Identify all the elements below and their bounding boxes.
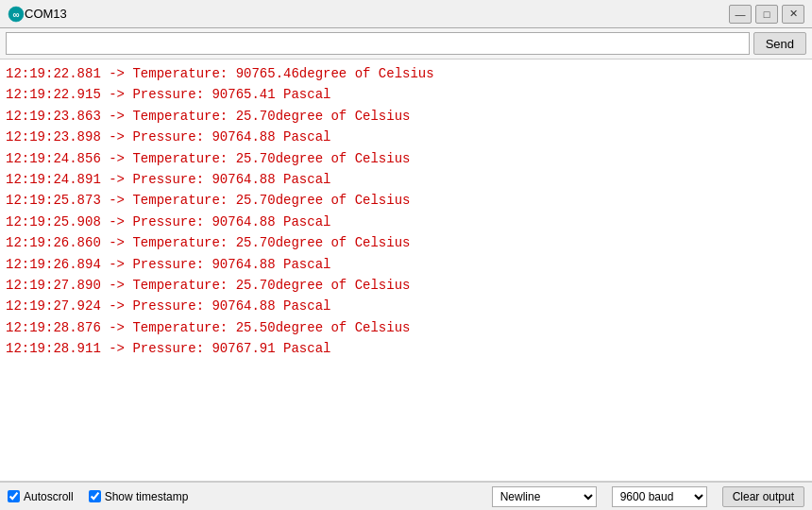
show-timestamp-label: Show timestamp [105,490,189,503]
output-line: 12:19:28.876 -> Temperature: 25.50degree… [6,317,806,338]
maximize-button[interactable]: □ [755,5,778,24]
arduino-logo-icon: ∞ [8,6,25,23]
output-area[interactable]: 12:19:22.881 -> Temperature: 90765.46deg… [0,60,812,482]
window-title: COM13 [25,7,729,21]
autoscroll-label: Autoscroll [24,490,74,503]
send-button[interactable]: Send [753,32,806,55]
serial-input[interactable] [6,32,750,55]
show-timestamp-input[interactable] [89,490,101,502]
baud-select[interactable]: 300 baud1200 baud2400 baud4800 baud9600 … [612,486,707,507]
output-line: 12:19:26.894 -> Pressure: 90764.88 Pasca… [6,254,806,275]
status-bar: Autoscroll Show timestamp No line ending… [0,482,812,510]
output-line: 12:19:25.873 -> Temperature: 25.70degree… [6,190,806,211]
newline-select[interactable]: No line endingNewlineCarriage returnBoth… [492,486,597,507]
output-line: 12:19:24.891 -> Pressure: 90764.88 Pasca… [6,169,806,190]
window-controls: — □ ✕ [729,5,804,24]
autoscroll-input[interactable] [8,490,20,502]
input-row: Send [0,28,812,60]
autoscroll-checkbox[interactable]: Autoscroll [8,490,74,503]
svg-text:∞: ∞ [12,9,19,20]
output-line: 12:19:22.915 -> Pressure: 90765.41 Pasca… [6,84,806,105]
output-line: 12:19:24.856 -> Temperature: 25.70degree… [6,148,806,169]
close-button[interactable]: ✕ [782,5,804,24]
output-line: 12:19:27.924 -> Pressure: 90764.88 Pasca… [6,296,806,316]
output-line: 12:19:25.908 -> Pressure: 90764.88 Pasca… [6,212,806,232]
output-line: 12:19:27.890 -> Temperature: 25.70degree… [6,275,806,296]
minimize-button[interactable]: — [729,5,752,24]
output-line: 12:19:23.898 -> Pressure: 90764.88 Pasca… [6,127,806,147]
output-line: 12:19:26.860 -> Temperature: 25.70degree… [6,232,806,253]
show-timestamp-checkbox[interactable]: Show timestamp [89,490,189,503]
output-line: 12:19:22.881 -> Temperature: 90765.46deg… [6,63,806,84]
output-line: 12:19:23.863 -> Temperature: 25.70degree… [6,106,806,127]
title-bar: ∞ COM13 — □ ✕ [0,0,812,28]
output-line: 12:19:28.911 -> Pressure: 90767.91 Pasca… [6,338,806,359]
clear-output-button[interactable]: Clear output [722,486,804,507]
